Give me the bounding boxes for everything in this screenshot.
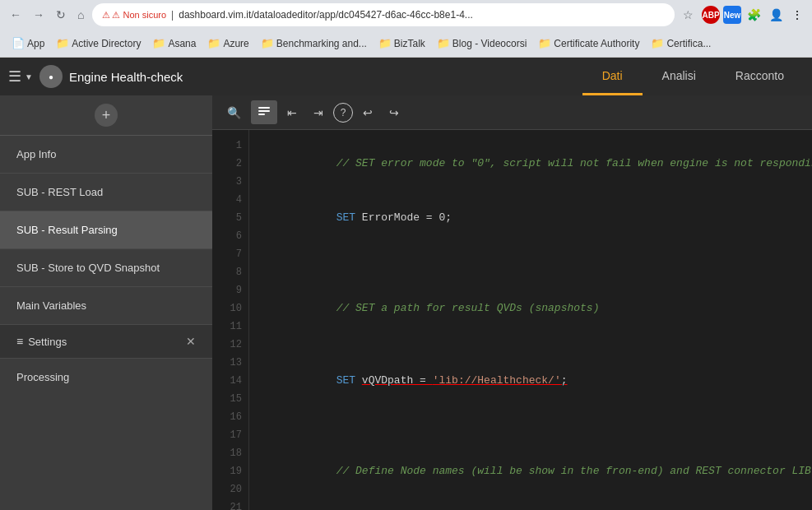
bookmark-label: Active Directory <box>72 38 141 49</box>
sidebar-item-sub-rest-load[interactable]: SUB - REST Load <box>0 174 212 211</box>
tab-dati[interactable]: Dati <box>582 58 643 95</box>
lines-icon: ≡ <box>16 335 23 348</box>
code-line-9 <box>259 426 812 444</box>
comment-button[interactable] <box>251 100 277 124</box>
bookmark-label: Certifica... <box>666 38 711 49</box>
bookmark-folder-icon: 📁 <box>538 37 551 49</box>
code-line-11: EngineNodes: <box>259 498 812 510</box>
bookmark-label: Benchmarking and... <box>276 38 367 49</box>
sidebar-item-app-info[interactable]: App Info <box>0 136 212 174</box>
code-line-8 <box>259 408 812 426</box>
code-line-5: // SET a path for result QVDs (snapshots… <box>259 281 812 336</box>
profile-avatar: ABP <box>702 6 720 24</box>
bookmark-folder-icon: 📁 <box>261 37 274 49</box>
sidebar: + App Info SUB - REST Load SUB - Result … <box>0 95 212 510</box>
add-script-button[interactable]: + <box>95 104 118 127</box>
security-label: ⚠ Non sicuro <box>112 10 166 21</box>
comment-icon <box>258 104 271 118</box>
bookmark-folder-icon: 📁 <box>207 37 220 49</box>
code-line-3 <box>259 245 812 263</box>
sidebar-item-main-variables[interactable]: Main Variables <box>0 287 212 325</box>
menu-button[interactable]: ⋮ <box>789 6 805 24</box>
bookmark-label: Azure <box>223 38 248 49</box>
code-editor[interactable]: 1 2 3 4 5 6 7 8 9 10 11 12 13 14 15 16 1 <box>212 130 812 510</box>
help-button[interactable]: ? <box>333 103 353 123</box>
svg-rect-2 <box>258 114 265 115</box>
security-warning: ⚠ ⚠ Non sicuro <box>102 10 166 21</box>
bookmark-folder-icon: 📁 <box>152 37 165 49</box>
close-settings-button[interactable]: ✕ <box>186 335 196 348</box>
address-bar[interactable]: ⚠ ⚠ Non sicuro | dashboard.vim.it/datalo… <box>92 3 675 26</box>
new-badge: New <box>723 6 741 24</box>
hamburger-icon: ☰ <box>8 67 21 86</box>
line-numbers: 1 2 3 4 5 6 7 8 9 10 11 12 13 14 15 16 1 <box>212 130 249 510</box>
svg-rect-0 <box>258 107 270 109</box>
bookmark-label: Asana <box>168 38 196 49</box>
reload-button[interactable]: ↻ <box>53 5 69 25</box>
bookmark-folder-icon: 📁 <box>56 37 69 49</box>
app-title: Engine Health-check <box>69 70 576 84</box>
app-tabs: Dati Analisi Racconto <box>582 58 804 95</box>
code-line-1: // SET error mode to "0", script will no… <box>259 137 812 191</box>
code-line-10: // Define Node names (will be show in th… <box>259 444 812 498</box>
sidebar-item-processing[interactable]: Processing <box>0 359 212 396</box>
code-line-7: SET vQVDpath = 'lib://Healthcheck/'; <box>259 354 812 408</box>
bookmark-azure[interactable]: 📁 Azure <box>202 35 253 52</box>
sidebar-add-section: + <box>0 95 212 136</box>
bookmark-benchmarking[interactable]: 📁 Benchmarking and... <box>256 35 372 52</box>
extensions-button[interactable]: 🧩 <box>745 6 763 24</box>
bookmark-label: Blog - Videocorsi <box>452 38 527 49</box>
search-button[interactable]: 🔍 <box>220 102 248 123</box>
address-text: dashboard.vim.it/dataloadeditor/app/dc04… <box>179 9 473 21</box>
bookmark-folder-icon: 📁 <box>378 37 392 49</box>
bookmark-label: App <box>27 38 44 49</box>
forward-button[interactable]: → <box>30 5 48 25</box>
tab-racconto[interactable]: Racconto <box>716 58 804 95</box>
sidebar-item-sub-result-parsing[interactable]: SUB - Result Parsing <box>0 211 212 249</box>
bookmark-asana[interactable]: 📁 Asana <box>147 35 201 52</box>
tab-analisi[interactable]: Analisi <box>643 58 716 95</box>
sidebar-section-title: ≡ Settings <box>16 335 67 348</box>
bookmark-star-button[interactable]: ☆ <box>680 5 697 25</box>
main-area: + App Info SUB - REST Load SUB - Result … <box>0 95 812 510</box>
bookmark-active-directory[interactable]: 📁 Active Directory <box>51 35 146 52</box>
home-button[interactable]: ⌂ <box>74 5 87 25</box>
bookmark-certifica[interactable]: 📁 Certifica... <box>646 35 716 52</box>
bookmark-label: BizTalk <box>394 38 425 49</box>
logo-icon: ● <box>49 72 53 81</box>
bookmarks-bar: 📄 App 📁 Active Directory 📁 Asana 📁 Azure… <box>0 30 812 58</box>
svg-rect-1 <box>258 110 270 112</box>
outdent-button[interactable]: ⇤ <box>281 102 304 123</box>
undo-button[interactable]: ↩ <box>356 102 379 123</box>
app-toolbar: ☰ ▼ ● Engine Health-check Dati Analisi R… <box>0 58 812 95</box>
app-logo: ● <box>39 65 63 88</box>
bookmark-certificate-authority[interactable]: 📁 Certificate Authority <box>533 35 644 52</box>
bookmark-app[interactable]: 📄 App <box>7 35 49 52</box>
account-button[interactable]: 👤 <box>767 6 786 24</box>
indent-button[interactable]: ⇥ <box>307 102 330 123</box>
bookmark-blog[interactable]: 📁 Blog - Videocorsi <box>432 35 532 52</box>
bookmark-folder-icon: 📁 <box>651 37 664 49</box>
plus-icon: + <box>102 107 111 124</box>
bookmark-icon: 📄 <box>12 37 25 49</box>
editor-area: 🔍 ⇤ ⇥ ? ↩ ↪ 1 2 3 <box>212 95 812 510</box>
app-shell: ☰ ▼ ● Engine Health-check Dati Analisi R… <box>0 58 812 510</box>
bookmark-folder-icon: 📁 <box>437 37 450 49</box>
code-content[interactable]: // SET error mode to "0", script will no… <box>249 130 812 510</box>
hamburger-button[interactable]: ☰ ▼ <box>8 67 33 86</box>
editor-toolbar: 🔍 ⇤ ⇥ ? ↩ ↪ <box>212 95 812 130</box>
nav-bar: ← → ↻ ⌂ ⚠ ⚠ Non sicuro | dashboard.vim.i… <box>0 0 812 30</box>
code-line-4 <box>259 263 812 281</box>
warning-triangle-icon: ⚠ <box>102 10 110 21</box>
bookmark-biztalk[interactable]: 📁 BizTalk <box>374 35 430 52</box>
hamburger-dropdown-icon: ▼ <box>25 72 33 81</box>
code-line-6 <box>259 336 812 354</box>
code-line-2: SET ErrorMode = 0; <box>259 191 812 245</box>
sidebar-item-sub-store-qvd[interactable]: SUB - Store to QVD Snapshot <box>0 249 212 287</box>
bookmark-label: Certificate Authority <box>554 38 639 49</box>
browser-chrome: ← → ↻ ⌂ ⚠ ⚠ Non sicuro | dashboard.vim.i… <box>0 0 812 58</box>
sidebar-settings-section: ≡ Settings ✕ <box>0 325 212 359</box>
redo-button[interactable]: ↪ <box>383 102 406 123</box>
back-button[interactable]: ← <box>7 5 25 25</box>
